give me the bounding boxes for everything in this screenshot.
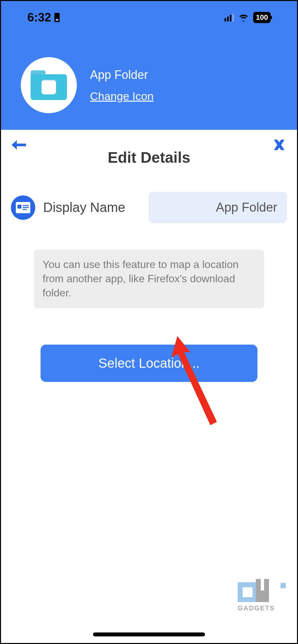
folder-icon xyxy=(31,70,67,100)
battery-level: 100 xyxy=(256,13,268,21)
svg-rect-12 xyxy=(281,583,286,588)
watermark-logo: GADGETS xyxy=(238,579,287,613)
home-indicator[interactable] xyxy=(93,632,205,636)
svg-rect-4 xyxy=(23,205,29,206)
time-text: 6:32 xyxy=(27,11,51,24)
display-name-input[interactable] xyxy=(149,192,287,223)
svg-rect-9 xyxy=(243,587,253,597)
status-bar: 6:32 100 xyxy=(1,1,297,34)
info-text: You can use this feature to map a locati… xyxy=(34,250,264,308)
display-name-label: Display Name xyxy=(43,200,141,215)
select-location-button[interactable]: Select Location... xyxy=(41,345,257,382)
header: App Folder Change Icon xyxy=(1,34,297,130)
svg-rect-5 xyxy=(23,207,29,208)
svg-rect-1 xyxy=(56,19,58,21)
svg-rect-11 xyxy=(261,579,264,591)
header-text: App Folder Change Icon xyxy=(90,68,154,103)
orientation-icon xyxy=(54,13,60,22)
toolbar: Edit Details xyxy=(1,130,297,155)
back-button[interactable] xyxy=(11,137,27,155)
id-card-icon xyxy=(11,195,35,220)
close-button[interactable] xyxy=(271,137,287,155)
svg-rect-3 xyxy=(17,205,21,209)
svg-rect-6 xyxy=(23,209,27,210)
cellular-signal-icon xyxy=(224,14,234,21)
svg-text:GADGETS: GADGETS xyxy=(238,604,275,612)
app-title: App Folder xyxy=(90,68,154,82)
page-title: Edit Details xyxy=(108,149,191,166)
status-right: 100 xyxy=(224,12,271,23)
status-time: 6:32 xyxy=(27,11,60,24)
battery-indicator: 100 xyxy=(253,12,271,23)
app-icon[interactable] xyxy=(21,57,77,113)
change-icon-link[interactable]: Change Icon xyxy=(90,90,154,103)
wifi-icon xyxy=(239,14,249,21)
